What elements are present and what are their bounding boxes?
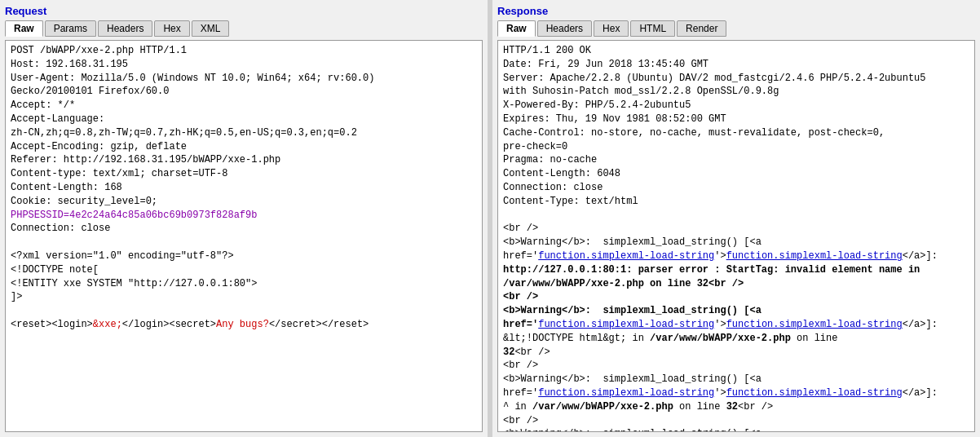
resp-func-link1[interactable]: function.simplexml-load-string — [726, 250, 903, 262]
tab-headers-request[interactable]: Headers — [98, 20, 152, 37]
phpsessid-line: PHPSESSID=4e2c24a64c85a06bc69b0973f828af… — [11, 210, 257, 221]
request-text-line2: Connection: close <?xml version="1.0" en… — [11, 223, 257, 330]
tab-headers-response[interactable]: Headers — [537, 20, 592, 37]
resp-link1[interactable]: function.simplexml-load-string — [538, 250, 714, 262]
response-content[interactable]: HTTP/1.1 200 OK Date: Fri, 29 Jun 2018 1… — [497, 40, 975, 432]
request-text-line4: </secret></reset> — [269, 319, 369, 330]
request-content[interactable]: POST /bWAPP/xxe-2.php HTTP/1.1 Host: 192… — [5, 40, 483, 432]
resp-text3: '> — [714, 319, 726, 330]
tab-raw-request[interactable]: Raw — [5, 20, 43, 37]
request-text-line3: </login><secret> — [122, 319, 216, 330]
response-tab-bar[interactable]: Raw Headers Hex HTML Render — [497, 20, 975, 37]
tab-hex-response[interactable]: Hex — [594, 20, 629, 37]
xxe-entity: &xxe; — [93, 319, 122, 330]
tab-hex-request[interactable]: Hex — [154, 20, 189, 37]
response-panel: Response Raw Headers Hex HTML Render HTT… — [492, 0, 980, 437]
request-text-line1: POST /bWAPP/xxe-2.php HTTP/1.1 Host: 192… — [11, 45, 374, 207]
resp-func-link3[interactable]: function.simplexml-load-string — [726, 387, 903, 399]
tab-raw-response[interactable]: Raw — [497, 20, 536, 37]
resp-text1: '> — [714, 250, 726, 262]
resp-text5: '> — [714, 387, 726, 399]
tab-xml-request[interactable]: XML — [192, 20, 230, 37]
request-panel: Request Raw Params Headers Hex XML POST … — [0, 0, 488, 437]
tab-html-response[interactable]: HTML — [630, 20, 675, 37]
tab-params-request[interactable]: Params — [45, 20, 96, 37]
response-headers-text: HTTP/1.1 200 OK Date: Fri, 29 Jun 2018 1… — [503, 45, 925, 262]
tab-render-response[interactable]: Render — [677, 20, 726, 37]
resp-link3[interactable]: function.simplexml-load-string — [538, 387, 714, 399]
resp-link2[interactable]: function.simplexml-load-string — [538, 319, 714, 330]
resp-func-link2[interactable]: function.simplexml-load-string — [726, 319, 903, 330]
secret-value: Any bugs? — [216, 319, 269, 330]
request-title: Request — [5, 5, 483, 17]
response-title: Response — [497, 5, 975, 17]
request-tab-bar[interactable]: Raw Params Headers Hex XML — [5, 20, 483, 37]
